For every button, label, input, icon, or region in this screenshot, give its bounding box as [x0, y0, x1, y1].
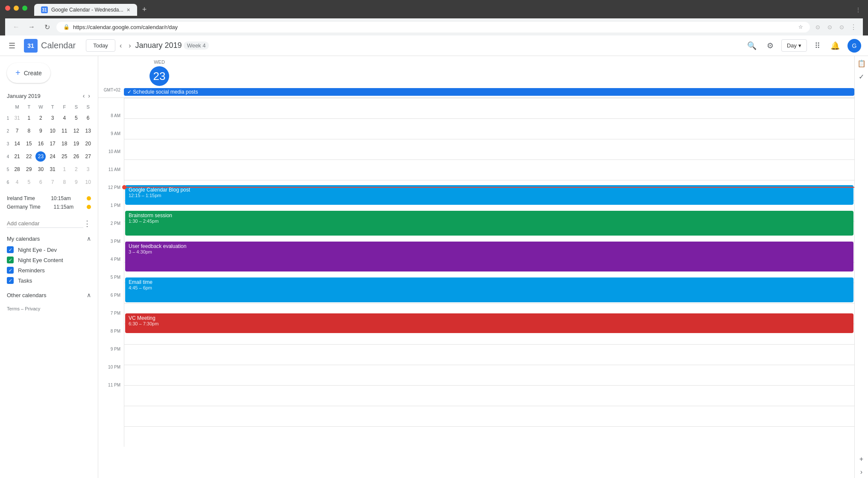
forward-btn[interactable]: →	[26, 21, 38, 33]
extension-icon-2[interactable]: ⊙	[825, 23, 834, 31]
mini-cal-day[interactable]: 3	[82, 163, 94, 175]
mini-cal-next[interactable]: ›	[87, 91, 91, 100]
mini-cal-day[interactable]: 20	[82, 138, 94, 150]
new-tab-btn[interactable]: +	[139, 3, 150, 16]
search-btn[interactable]: 🔍	[745, 38, 759, 53]
maximize-btn[interactable]	[22, 6, 27, 11]
right-panel-plus-icon[interactable]: +	[859, 455, 863, 463]
mini-cal-day[interactable]: 27	[82, 150, 94, 162]
time-grid[interactable]: 8 AM9 AM10 AM11 AM12 PM1 PM2 PM3 PM4 PM5…	[98, 98, 854, 478]
view-selector[interactable]: Day ▾	[781, 39, 807, 52]
mini-cal-day[interactable]: 28	[12, 163, 23, 175]
my-calendars-toggle[interactable]: ∧	[87, 235, 91, 242]
calendar-item[interactable]: ✓ Night Eye Content	[0, 255, 98, 265]
minimize-btn[interactable]	[14, 6, 19, 11]
mini-cal-day[interactable]: 15	[23, 138, 35, 150]
mini-cal-day[interactable]: 2	[71, 163, 82, 175]
address-bar[interactable]: 🔒 https://calendar.google.com/calendar/r…	[56, 22, 810, 32]
extension-icon-1[interactable]: ⊙	[813, 23, 822, 31]
mini-cal-day[interactable]: 13	[82, 125, 94, 137]
prev-btn[interactable]: ‹	[117, 39, 124, 52]
mini-cal-prev[interactable]: ‹	[82, 91, 86, 100]
mini-cal-day[interactable]: 22	[23, 150, 35, 162]
day-number[interactable]: 23	[150, 66, 169, 86]
terms-link[interactable]: Terms	[7, 306, 20, 311]
privacy-link[interactable]: Privacy	[25, 306, 40, 311]
apps-btn[interactable]: ⠿	[812, 38, 823, 53]
other-calendars-toggle[interactable]: ∧	[87, 292, 91, 298]
mini-cal-day[interactable]: 19	[71, 138, 82, 150]
reload-btn[interactable]: ↻	[41, 21, 53, 33]
mini-cal-day[interactable]: 29	[23, 163, 35, 175]
right-panel-chevron-icon[interactable]: ›	[860, 468, 862, 476]
calendar-item[interactable]: ✓ Reminders	[0, 265, 98, 275]
tz-name: Germany Time	[7, 204, 41, 210]
hamburger-btn[interactable]: ☰	[7, 39, 17, 52]
right-panel-sticky-icon[interactable]: 📋	[857, 59, 866, 68]
close-btn[interactable]	[5, 6, 10, 11]
mini-cal-day[interactable]: 26	[71, 150, 82, 162]
right-panel-check-icon[interactable]: ✓	[859, 73, 864, 81]
mini-cal-day[interactable]: 17	[47, 138, 58, 150]
calendar-item[interactable]: ✓ Tasks	[0, 275, 98, 286]
mini-cal-day[interactable]: 9	[35, 125, 47, 137]
mini-cal-day[interactable]: 31	[47, 163, 58, 175]
mini-cal-day[interactable]: 30	[35, 163, 47, 175]
mini-cal-day[interactable]: 1	[23, 112, 35, 124]
mini-cal-day[interactable]: 4	[59, 112, 70, 124]
today-btn[interactable]: Today	[86, 39, 115, 52]
extension-icon-3[interactable]: ⊙	[837, 23, 846, 31]
calendar-item[interactable]: ✓ Night Eye - Dev	[0, 245, 98, 255]
mini-cal-day[interactable]: 7	[47, 176, 58, 188]
mini-cal-day[interactable]: 2	[35, 112, 47, 124]
mini-cal-day[interactable]: 11	[59, 125, 70, 137]
event-block[interactable]: User feedback evaluation 3 – 4:30pm	[125, 242, 853, 271]
user-avatar[interactable]: G	[847, 39, 861, 53]
mini-cal-day[interactable]: 4	[12, 176, 23, 188]
notifications-btn[interactable]: 🔔	[828, 38, 842, 53]
mini-cal-day[interactable]: 1	[59, 163, 70, 175]
tab-close-btn[interactable]: ×	[127, 6, 130, 13]
mini-cal-day[interactable]: 23	[35, 150, 47, 162]
bookmark-icon[interactable]: ☆	[798, 24, 803, 30]
mini-cal-day[interactable]: 10	[47, 125, 58, 137]
create-btn[interactable]: + Create	[7, 63, 50, 83]
event-block[interactable]: VC Meeting 6:30 – 7:30pm	[125, 313, 853, 333]
mini-cal-day[interactable]: 10	[82, 176, 94, 188]
mini-cal-day[interactable]: 25	[59, 150, 70, 162]
mini-cal-day[interactable]: 8	[23, 125, 35, 137]
mini-cal-day[interactable]: 6	[35, 176, 47, 188]
mini-cal-day[interactable]: 16	[35, 138, 47, 150]
add-calendar-input[interactable]	[7, 219, 83, 228]
mini-cal-day[interactable]: 12	[71, 125, 82, 137]
event-block[interactable]: Brainstorm session 1:30 – 2:45pm	[125, 211, 853, 236]
mini-cal-day[interactable]: 6	[82, 112, 94, 124]
my-calendars-header[interactable]: My calendars ∧	[0, 233, 98, 245]
cal-checkbox[interactable]: ✓	[7, 267, 14, 274]
event-block[interactable]: Google Calendar Blog post 12:15 – 1:15pm	[125, 185, 853, 205]
mini-cal-day[interactable]: 18	[59, 138, 70, 150]
next-btn[interactable]: ›	[126, 39, 133, 52]
mini-cal-day[interactable]: 3	[47, 112, 58, 124]
mini-cal-day[interactable]: 7	[12, 125, 23, 137]
browser-menu-icon[interactable]: ⋮	[855, 6, 861, 13]
mini-cal-day[interactable]: 8	[59, 176, 70, 188]
mini-cal-day[interactable]: 14	[12, 138, 23, 150]
cal-checkbox[interactable]: ✓	[7, 277, 14, 284]
mini-cal-day[interactable]: 21	[12, 150, 23, 162]
cal-checkbox[interactable]: ✓	[7, 257, 14, 263]
browser-menu-dots[interactable]: ⋮	[849, 23, 858, 31]
back-btn[interactable]: ←	[10, 21, 22, 33]
other-calendars-header[interactable]: Other calendars ∧	[0, 289, 98, 301]
mini-cal-day[interactable]: 31	[12, 112, 23, 124]
mini-cal-day[interactable]: 5	[71, 112, 82, 124]
event-block[interactable]: Email time 4:45 – 6pm	[125, 277, 853, 302]
mini-cal-day[interactable]: 5	[23, 176, 35, 188]
mini-cal-day[interactable]: 9	[71, 176, 82, 188]
all-day-event[interactable]: ✓ Schedule social media posts	[124, 88, 854, 96]
mini-cal-day[interactable]: 24	[47, 150, 58, 162]
cal-checkbox[interactable]: ✓	[7, 246, 14, 253]
settings-btn[interactable]: ⚙	[764, 38, 776, 53]
add-calendar-more[interactable]: ⋮	[83, 219, 91, 228]
active-tab[interactable]: 31 Google Calendar - Wednesda... ×	[34, 4, 137, 16]
